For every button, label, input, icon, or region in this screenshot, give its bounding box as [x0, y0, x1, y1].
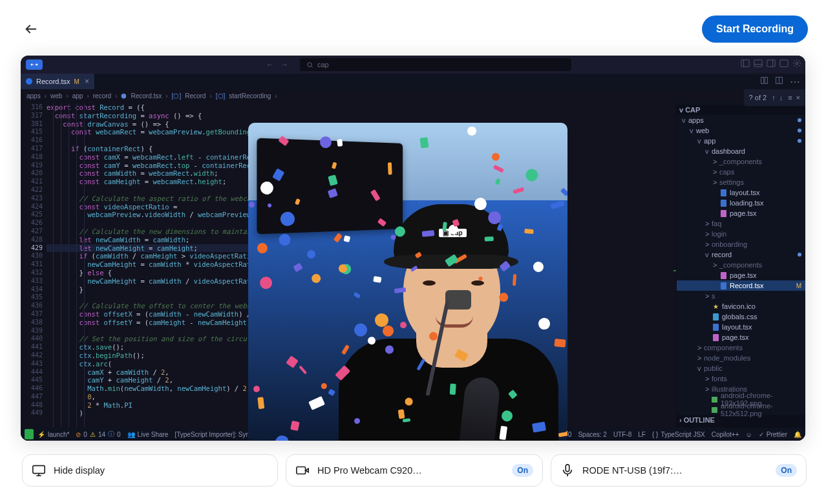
lang-status[interactable]: { } TypeScript JSX	[652, 431, 705, 438]
monitor-icon	[32, 463, 46, 478]
svg-line-2	[312, 66, 313, 67]
camera-select[interactable]: HD Pro Webcam C920… On	[286, 454, 543, 487]
layout-bottom-icon[interactable]	[754, 59, 763, 70]
find-prev-icon[interactable]: ↑	[772, 94, 776, 101]
tree-item[interactable]: page.tsx	[677, 270, 805, 280]
tree-item[interactable]: >onboarding	[677, 239, 805, 249]
split-icon[interactable]	[775, 76, 783, 88]
tree-item[interactable]: ★favicon.ico	[677, 301, 805, 311]
tree-item[interactable]: vapps	[677, 115, 805, 125]
display-toggle[interactable]: Hide display	[22, 454, 278, 487]
start-recording-button[interactable]: Start Recording	[702, 16, 808, 43]
mic-icon	[560, 463, 575, 478]
explorer-section[interactable]: ›TIMELINE	[677, 425, 805, 428]
camera-icon	[295, 463, 310, 478]
find-bar[interactable]: ? of 2 ↑ ↓ ≡ ×	[744, 89, 805, 106]
layout-left-icon[interactable]	[741, 59, 750, 70]
tree-item[interactable]: layout.tsx	[677, 322, 805, 332]
layout-toggle-icon[interactable]	[779, 59, 789, 70]
minimap[interactable]	[672, 89, 676, 428]
line-gutter: 3163173814154164174184194204214224234244…	[21, 89, 47, 428]
file-explorer: vCAPvappsvwebvappvdashboard>_components>…	[676, 89, 805, 428]
webcam-preview: ▣ Cap	[248, 123, 567, 441]
tab-record-tsx[interactable]: Record.tsx M ×	[21, 74, 95, 89]
tree-item[interactable]: >node_modules	[677, 353, 805, 363]
tree-item[interactable]: >faq	[677, 218, 805, 229]
svg-rect-9	[780, 60, 788, 67]
encoding-status[interactable]: UTF-8	[613, 431, 631, 438]
tree-item[interactable]: vpublic	[677, 363, 805, 373]
spaces-status[interactable]: Spaces: 2	[578, 431, 606, 438]
tree-item[interactable]: android-chrome-512x512.png	[677, 404, 805, 415]
svg-rect-11	[761, 77, 764, 83]
tree-item[interactable]: >components	[677, 342, 805, 353]
editor-tabs: Record.tsx M × ⋯	[21, 74, 805, 89]
eol-status[interactable]: LF	[638, 431, 646, 438]
compare-icon[interactable]	[760, 76, 768, 88]
svg-point-1	[308, 62, 312, 66]
camera-label: HD Pro Webcam C920…	[317, 465, 422, 476]
layout-right-icon[interactable]	[767, 59, 776, 70]
file-type-icon	[26, 78, 32, 85]
find-filter-icon[interactable]: ≡	[788, 94, 792, 101]
command-search[interactable]: cap	[300, 58, 571, 71]
tree-item[interactable]: >_components	[677, 260, 805, 270]
editor-titlebar: ← → cap	[21, 56, 805, 74]
nav-back-icon[interactable]: ←	[266, 60, 274, 69]
display-label: Hide display	[54, 465, 105, 476]
svg-rect-12	[765, 77, 767, 83]
mic-select[interactable]: RODE NT-USB (19f7:… On	[551, 454, 807, 487]
tree-item[interactable]: page.tsx	[677, 208, 805, 218]
svg-point-10	[796, 62, 798, 65]
remote-indicator-icon[interactable]	[26, 59, 43, 70]
tree-item-selected[interactable]: Record.tsxM	[677, 280, 805, 291]
tree-item[interactable]: >caps	[677, 167, 805, 177]
breadcrumb[interactable]: apps› web› app› record› ⬢Record.tsx› [⬡]…	[21, 89, 805, 102]
find-count: ? of 2	[749, 94, 767, 101]
problems-status[interactable]: ⊘0 ⚠14 ⓘ0	[76, 430, 120, 439]
bell-icon[interactable]: 🔔	[794, 431, 801, 438]
tree-item[interactable]: >_components	[677, 156, 805, 167]
tree-item[interactable]: >fonts	[677, 373, 805, 384]
more-icon[interactable]: ⋯	[790, 76, 800, 88]
find-close-icon[interactable]: ×	[796, 94, 800, 101]
tree-item[interactable]: layout.tsx	[677, 187, 805, 198]
svg-rect-31	[566, 465, 569, 472]
find-next-icon[interactable]: ↓	[779, 94, 783, 101]
gear-icon[interactable]	[792, 59, 801, 70]
svg-rect-26	[33, 466, 45, 474]
copilot-status[interactable]: Copilot++	[712, 431, 739, 438]
editor-preview: ← → cap Record.tsx M × ⋯	[21, 56, 805, 441]
launch-status[interactable]: ⚡ launch*	[37, 431, 69, 438]
prettier-status[interactable]: ✓ Prettier	[759, 431, 787, 438]
back-button[interactable]	[23, 21, 39, 37]
tree-item[interactable]: >login	[677, 229, 805, 239]
tree-item[interactable]: vrecord	[677, 249, 805, 260]
tree-item[interactable]: globals.css	[677, 311, 805, 322]
svg-rect-3	[741, 60, 749, 67]
tree-item[interactable]: vweb	[677, 125, 805, 136]
tab-label: Record.tsx	[36, 78, 70, 85]
svg-rect-29	[297, 467, 306, 474]
tree-item[interactable]: loading.tsx	[677, 198, 805, 208]
svg-rect-7	[767, 60, 775, 67]
liveshare-status[interactable]: 👥 Live Share	[127, 431, 169, 438]
tab-close-icon[interactable]: ×	[85, 77, 89, 86]
camera-on-badge: On	[512, 464, 533, 477]
mic-on-badge: On	[776, 464, 797, 477]
remote-status-icon[interactable]	[25, 429, 34, 439]
svg-rect-5	[754, 60, 762, 67]
feedback-icon[interactable]: ☺	[746, 431, 752, 438]
nav-fwd-icon[interactable]: →	[281, 60, 288, 69]
mic-label: RODE NT-USB (19f7:…	[582, 465, 683, 476]
tree-item[interactable]: vdashboard	[677, 146, 805, 156]
tree-item[interactable]: >settings	[677, 177, 805, 187]
modified-badge: M	[74, 78, 79, 85]
tree-item[interactable]: >s	[677, 291, 805, 301]
tree-item[interactable]: vapp	[677, 136, 805, 146]
tree-item[interactable]: page.tsx	[677, 332, 805, 342]
